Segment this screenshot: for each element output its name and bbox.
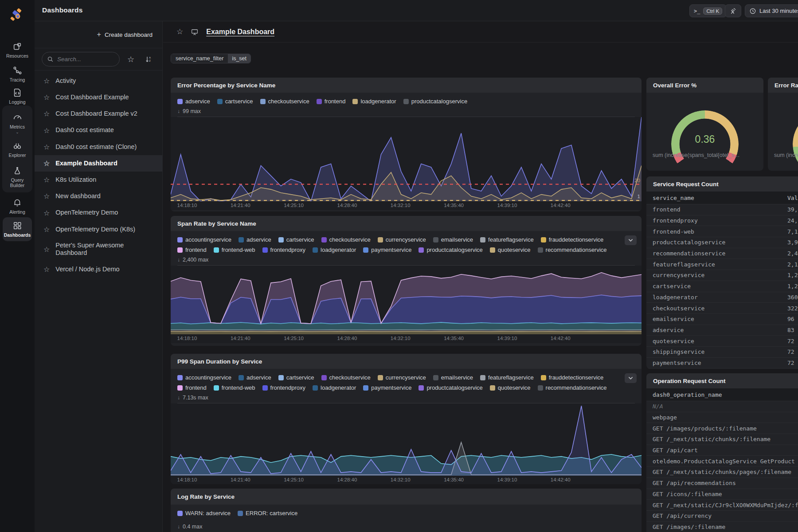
sidebar-dashboard-item[interactable]: ☆New dashboard [35,188,162,204]
legend-item[interactable]: accountingservice [177,372,231,383]
star-icon[interactable]: ☆ [43,245,50,254]
command-palette-button[interactable]: >_ Ctrl K [689,4,727,17]
legend-item[interactable]: recommendationservice [538,383,607,393]
legend-item[interactable]: emailservice [433,372,473,383]
legend-item[interactable]: productcatalogservice [419,383,482,393]
legend-item[interactable]: frontend [317,96,346,106]
table-row[interactable]: GET /images/products/:filename [646,423,798,434]
star-icon[interactable]: ☆ [43,225,50,234]
table-row[interactable]: GET /icons/:filename [646,489,798,500]
legend-item[interactable]: quoteservice [490,383,531,393]
table-row[interactable]: frontendproxy24,7 [646,215,798,227]
table-row[interactable]: currencyservice1,26 [646,270,798,281]
table-column-header[interactable]: service_name Val [646,192,798,204]
star-icon[interactable]: ☆ [43,192,50,200]
legend-item[interactable]: cartservice [278,372,314,383]
chart-plot[interactable]: 201 [171,117,642,201]
legend-item[interactable]: featureflagservice [480,235,534,245]
table-row[interactable]: frontend-web7,10 [646,226,798,237]
table-row[interactable]: checkoutservice322 [646,303,798,314]
table-row[interactable]: featureflagservice2,12 [646,259,798,270]
legend-item[interactable]: frontend-web [214,245,255,255]
legend-item[interactable]: frontendproxy [262,245,306,255]
table-row[interactable]: GET /_next/static/chunks/pages/:filename [646,467,798,478]
table-row[interactable]: recommendationservice2,46 [646,248,798,259]
rail-item-alerting[interactable]: Alerting [3,194,32,218]
sort-button[interactable]: A Z [142,53,155,66]
table-row[interactable]: cartservice1,23 [646,281,798,292]
star-icon[interactable]: ☆ [43,176,50,184]
table-row[interactable]: frontend39,4 [646,204,798,215]
legend-item[interactable]: productcatalogservice [403,96,467,106]
sidebar-dashboard-item[interactable]: ☆Vercel / Node.js Demo [35,261,162,278]
table-row[interactable]: shippingservice72 [646,347,798,358]
legend-item[interactable]: adservice [239,235,271,245]
legend-item[interactable]: adservice [177,96,210,106]
table-row[interactable]: GET /_next/static/chunks/:filename [646,434,798,445]
star-icon[interactable]: ☆ [43,209,50,217]
table-row[interactable]: GET /images/:filename [646,522,798,532]
rail-item-query-builder[interactable]: Query Builder [3,162,32,192]
legend-item[interactable]: frontend-web [214,383,255,393]
legend-item[interactable]: ERROR: cartservice [238,508,297,518]
legend-item[interactable]: adservice [239,372,271,383]
rail-item-dashboards[interactable]: Dashboards [3,217,32,241]
legend-item[interactable]: currencyservice [378,235,426,245]
rail-item-resources[interactable]: Resources [3,38,32,62]
table-column-header[interactable]: dash0_operation_name [646,388,798,401]
filter-chip[interactable]: service_name_filter is_set [171,54,251,63]
legend-item[interactable]: quoteservice [490,245,531,255]
search-input[interactable] [57,56,110,63]
sidebar-dashboard-item[interactable]: ☆Dash0 cost estimate (Clone) [35,139,162,155]
legend-item[interactable]: checkoutservice [260,96,309,106]
sidebar-dashboard-item[interactable]: ☆Cost Dashboard Example v2 [35,106,162,122]
legend-item[interactable]: cartservice [217,96,253,106]
table-row[interactable]: GET /api/currency [646,511,798,522]
dash0-logo[interactable] [6,4,27,26]
table-row[interactable]: oteldemo.ProductCatalogService GetProduc… [646,456,798,467]
legend-item[interactable]: cartservice [278,235,314,245]
table-row[interactable]: GET /api/cart [646,445,798,456]
legend-item[interactable]: accountingservice [177,235,231,245]
sidebar-dashboard-item[interactable]: ☆OpenTelemetry Demo (K8s) [35,221,162,238]
table-row[interactable]: GET /api/recommendations [646,478,798,489]
favorite-star-icon[interactable]: ☆ [176,27,183,36]
time-range-button[interactable]: Last 30 minutes [745,4,798,17]
table-row[interactable]: emailservice96 [646,314,798,325]
star-icon[interactable]: ☆ [43,265,50,274]
legend-item[interactable]: featureflagservice [480,372,534,383]
legend-item[interactable]: checkoutservice [321,235,371,245]
legend-item[interactable]: paymentservice [363,383,411,393]
favorites-filter-button[interactable]: ☆ [124,53,137,66]
sidebar-dashboard-item[interactable]: ☆Peter's Super Awesome Dashboard [35,238,162,261]
star-icon[interactable]: ☆ [43,126,50,135]
sidebar-dashboard-item[interactable]: ☆Cost Dashboard Example [35,89,162,106]
table-row[interactable]: quoteservice72 [646,336,798,347]
table-row[interactable]: GET /_next/static/CJr9clXO0WXMduPmIjdez/… [646,500,798,511]
rail-item-explorer[interactable]: Explorer [3,137,32,161]
chart-plot[interactable] [171,266,642,334]
legend-item[interactable]: recommendationservice [538,245,607,255]
legend-item[interactable]: currencyservice [378,372,426,383]
legend-item[interactable]: emailservice [433,235,473,245]
legend-item[interactable]: frontend [177,383,207,393]
table-row[interactable]: loadgenerator360 [646,292,798,303]
legend-item[interactable]: frontendproxy [262,383,306,393]
create-dashboard-button[interactable]: + Create dashboard [97,31,153,39]
legend-item[interactable]: frontend [177,245,207,255]
sidebar-dashboard-item[interactable]: ☆Dash0 cost estimate [35,122,162,139]
legend-item[interactable]: loadgenerator [313,383,356,393]
legend-expand-button[interactable] [625,373,637,383]
legend-item[interactable]: frauddetectionservice [541,235,604,245]
table-row[interactable]: productcatalogservice3,99 [646,237,798,248]
table-row[interactable]: N/A [646,401,798,412]
table-row[interactable]: webpage [646,412,798,423]
legend-item[interactable]: WARN: adservice [177,508,231,518]
star-icon[interactable]: ☆ [43,93,50,102]
star-icon[interactable]: ☆ [43,143,50,151]
rail-item-logging[interactable]: Logging [3,84,32,108]
rail-item-metrics[interactable]: Metrics ⌄ [3,109,32,137]
sidebar-dashboard-item[interactable]: ☆OpenTelemetry Demo [35,205,162,221]
legend-item[interactable]: checkoutservice [321,372,371,383]
legend-item[interactable]: loadgenerator [313,245,356,255]
